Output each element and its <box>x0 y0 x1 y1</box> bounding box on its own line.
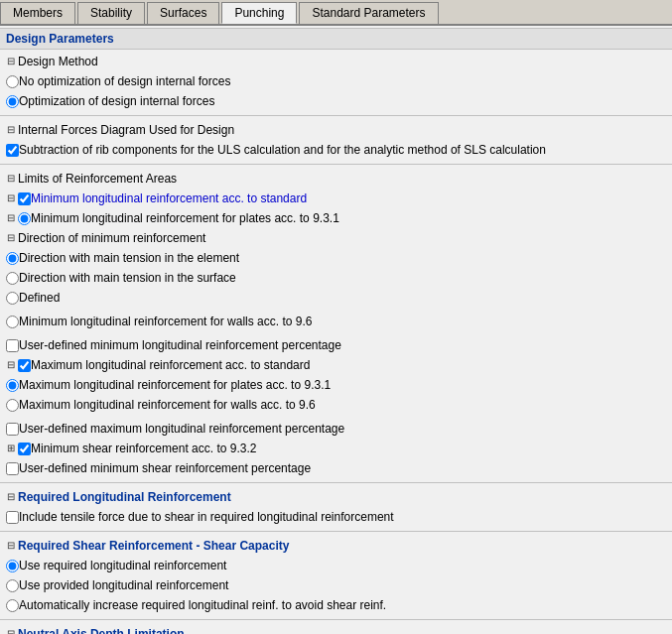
neutral-axis-collapse[interactable]: ⊟ <box>6 625 16 634</box>
design-method-label: Design Method <box>18 53 98 70</box>
min-long-walls-radio[interactable] <box>6 316 19 328</box>
required-long-reinf-header-label: Required Longitudinal Reinforcement <box>18 488 231 506</box>
min-long-reinf-collapse[interactable]: ⊟ <box>6 190 16 207</box>
design-method-collapse-icon[interactable]: ⊟ <box>6 53 16 70</box>
design-parameters-header: Design Parameters <box>0 28 672 50</box>
limits-reinforcement-group: ⊟ Limits of Reinforcement Areas ⊟ Minimu… <box>0 167 672 480</box>
required-long-reinf-header-row: ⊟ Required Longitudinal Reinforcement <box>0 487 672 507</box>
limits-reinforcement-header-row: ⊟ Limits of Reinforcement Areas <box>0 169 672 189</box>
min-long-plates-row: ⊟ Minimum longitudinal reinforcement for… <box>0 208 672 228</box>
internal-forces-header-row: ⊟ Internal Forces Diagram Used for Desig… <box>0 120 672 140</box>
neutral-axis-header-label: Neutral Axis Depth Limitation <box>18 625 185 634</box>
direction-main-tension-element-row: Direction with main tension in the eleme… <box>0 248 672 268</box>
neutral-axis-group: ⊟ Neutral Axis Depth Limitation Consider… <box>0 622 672 634</box>
user-max-long-reinf-label: User-defined maximum longitudinal reinfo… <box>19 420 344 438</box>
min-shear-reinf-label: Minimum shear reinforcement acc. to 9.3.… <box>31 440 256 457</box>
internal-forces-label: Internal Forces Diagram Used for Design <box>18 121 234 139</box>
required-shear-group: ⊟ Required Shear Reinforcement - Shear C… <box>0 534 672 617</box>
max-long-reinf-collapse[interactable]: ⊟ <box>6 356 16 374</box>
max-long-walls-row: Maximum longitudinal reinforcement for w… <box>0 395 672 415</box>
user-min-shear-reinf-label: User-defined minimum shear reinforcement… <box>19 459 311 477</box>
user-max-long-reinf-row: User-defined maximum longitudinal reinfo… <box>0 419 672 439</box>
tab-members[interactable]: Members <box>0 2 75 24</box>
max-long-plates-radio[interactable] <box>6 379 19 392</box>
max-long-walls-label: Maximum longitudinal reinforcement for w… <box>19 396 316 414</box>
direction-surface-label: Direction with main tension in the surfa… <box>19 269 236 287</box>
direction-min-reinf-collapse[interactable]: ⊟ <box>6 229 16 247</box>
min-long-reinf-label: Minimum longitudinal reinforcement acc. … <box>31 190 307 207</box>
max-long-walls-radio[interactable] <box>6 399 19 412</box>
shear-option3-radio[interactable] <box>6 599 19 612</box>
shear-option1-label: Use required longitudinal reinforcement <box>19 557 226 574</box>
max-long-reinf-label: Maximum longitudinal reinforcement acc. … <box>31 356 310 374</box>
design-method-option1-radio[interactable] <box>6 75 19 88</box>
required-long-reinf-label: Include tensile force due to shear in re… <box>19 508 394 526</box>
internal-forces-group: ⊟ Internal Forces Diagram Used for Desig… <box>0 118 672 162</box>
tab-surfaces[interactable]: Surfaces <box>147 2 219 24</box>
internal-forces-checkbox[interactable] <box>6 144 19 157</box>
limits-reinforcement-collapse-icon[interactable]: ⊟ <box>6 170 16 188</box>
design-method-group: ⊟ Design Method No optimization of desig… <box>0 50 672 113</box>
internal-forces-checkbox-label: Subtraction of rib components for the UL… <box>19 141 546 159</box>
direction-defined-label: Defined <box>19 289 60 307</box>
direction-defined-row: Defined <box>0 288 672 308</box>
separator-4 <box>0 531 672 532</box>
design-method-option2-row: Optimization of design internal forces <box>0 91 672 111</box>
direction-surface-radio[interactable] <box>6 272 19 285</box>
min-shear-reinf-checkbox[interactable] <box>18 443 31 455</box>
separator-1 <box>0 115 672 116</box>
separator-5 <box>0 619 672 620</box>
required-long-reinf-checkbox[interactable] <box>6 511 19 524</box>
max-long-reinf-row: ⊟ Maximum longitudinal reinforcement acc… <box>0 355 672 375</box>
design-method-option2-label: Optimization of design internal forces <box>19 92 214 110</box>
min-long-plates-label: Minimum longitudinal reinforcement for p… <box>31 209 339 227</box>
required-shear-header-label: Required Shear Reinforcement - Shear Cap… <box>18 537 289 555</box>
max-long-reinf-checkbox[interactable] <box>18 359 31 372</box>
min-shear-reinf-row: ⊞ Minimum shear reinforcement acc. to 9.… <box>0 439 672 458</box>
shear-option1-radio[interactable] <box>6 560 19 572</box>
shear-option1-row: Use required longitudinal reinforcement <box>0 556 672 575</box>
direction-element-label: Direction with main tension in the eleme… <box>19 249 239 267</box>
neutral-axis-header-row: ⊟ Neutral Axis Depth Limitation <box>0 624 672 634</box>
user-min-long-reinf-label: User-defined minimum longitudinal reinfo… <box>19 336 341 354</box>
internal-forces-collapse-icon[interactable]: ⊟ <box>6 121 16 139</box>
tab-bar: Members Stability Surfaces Punching Stan… <box>0 0 672 26</box>
max-long-plates-row: Maximum longitudinal reinforcement for p… <box>0 375 672 395</box>
min-long-plates-radio[interactable] <box>18 212 31 225</box>
tab-stability[interactable]: Stability <box>77 2 145 24</box>
required-long-reinf-checkbox-row: Include tensile force due to shear in re… <box>0 507 672 527</box>
separator-2 <box>0 164 672 165</box>
design-method-option2-radio[interactable] <box>6 95 19 108</box>
required-shear-collapse[interactable]: ⊟ <box>6 537 16 555</box>
shear-option2-row: Use provided longitudinal reinforcement <box>0 575 672 595</box>
direction-main-tension-surface-row: Direction with main tension in the surfa… <box>0 268 672 288</box>
min-long-walls-label: Minimum longitudinal reinforcement for w… <box>19 313 312 330</box>
shear-option3-label: Automatically increase required longitud… <box>19 596 386 614</box>
user-max-long-reinf-checkbox[interactable] <box>6 423 19 436</box>
tab-standard-parameters[interactable]: Standard Parameters <box>299 2 438 24</box>
min-long-walls-row: Minimum longitudinal reinforcement for w… <box>0 312 672 331</box>
separator-3 <box>0 482 672 483</box>
user-min-long-reinf-row: User-defined minimum longitudinal reinfo… <box>0 335 672 355</box>
design-parameters-label: Design Parameters <box>6 32 114 46</box>
required-long-reinf-collapse[interactable]: ⊟ <box>6 488 16 506</box>
shear-option2-radio[interactable] <box>6 579 19 592</box>
min-long-reinf-row: ⊟ Minimum longitudinal reinforcement acc… <box>0 189 672 208</box>
tab-punching[interactable]: Punching <box>221 2 297 24</box>
user-min-shear-reinf-row: User-defined minimum shear reinforcement… <box>0 458 672 478</box>
shear-option2-label: Use provided longitudinal reinforcement <box>19 576 228 594</box>
direction-element-radio[interactable] <box>6 252 19 265</box>
user-min-long-reinf-checkbox[interactable] <box>6 339 19 352</box>
content-area: Design Parameters ⊟ Design Method No opt… <box>0 28 672 634</box>
user-min-shear-reinf-checkbox[interactable] <box>6 462 19 475</box>
internal-forces-checkbox-row: Subtraction of rib components for the UL… <box>0 140 672 160</box>
design-method-option1-label: No optimization of design internal force… <box>19 72 230 90</box>
shear-option3-row: Automatically increase required longitud… <box>0 595 672 615</box>
max-long-plates-label: Maximum longitudinal reinforcement for p… <box>19 376 331 394</box>
min-long-plates-collapse[interactable]: ⊟ <box>6 209 16 227</box>
min-long-reinf-checkbox[interactable] <box>18 192 31 205</box>
direction-defined-radio[interactable] <box>6 292 19 305</box>
min-shear-reinf-expand[interactable]: ⊞ <box>6 440 16 457</box>
required-long-reinf-group: ⊟ Required Longitudinal Reinforcement In… <box>0 485 672 529</box>
design-method-option1-row: No optimization of design internal force… <box>0 71 672 91</box>
